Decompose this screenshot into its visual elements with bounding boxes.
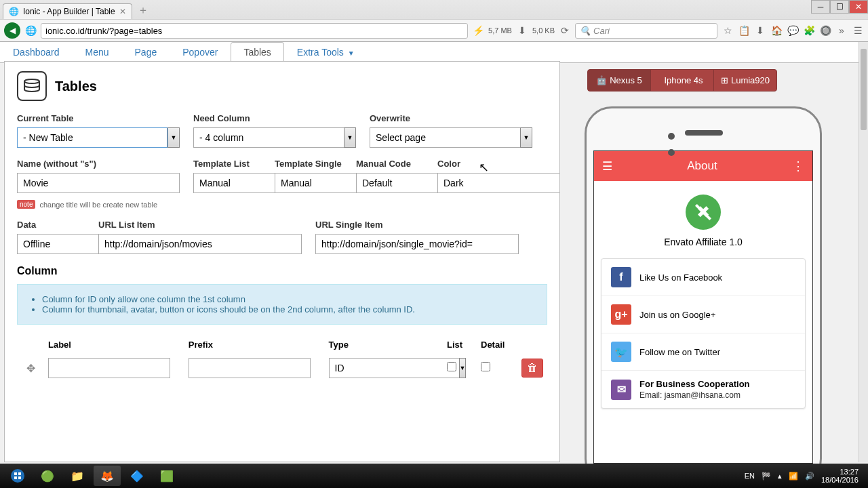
more-icon[interactable]: » <box>835 24 848 37</box>
tray-lang[interactable]: EN <box>745 472 755 480</box>
search-icon: 🔍 <box>580 26 591 36</box>
mem-2: 5,0 KB <box>532 26 555 35</box>
tab-dashboard[interactable]: Dashboard <box>0 42 73 62</box>
email-item[interactable]: ✉ For Business Cooperation Email: jasman… <box>601 371 805 408</box>
googleplus-item[interactable]: g+ Join us on Google+ <box>601 296 805 333</box>
tab-extra-tools[interactable]: Extra Tools ▼ <box>284 42 368 62</box>
need-column-select[interactable] <box>193 127 344 148</box>
color-select[interactable] <box>437 173 560 193</box>
url-input[interactable]: ionic.co.id/trunk/?page=tables <box>41 23 468 39</box>
color-label: Color <box>437 159 505 169</box>
windows-icon: ⊞ <box>721 75 728 85</box>
tray-network-icon[interactable]: 📶 <box>789 472 798 481</box>
app2-taskbar-icon[interactable]: 🟩 <box>153 466 180 486</box>
info-line-2: Column for thumbnail, avatar, button or … <box>42 304 534 314</box>
clipboard-icon[interactable]: 📋 <box>738 24 750 37</box>
device-selector: 🤖Nexus 5 Iphone 4s ⊞Lumia920 <box>587 69 777 92</box>
template-list-label: Template List <box>193 159 261 169</box>
search-input[interactable]: 🔍 Cari <box>575 23 717 39</box>
manual-code-label: Manual Code <box>356 159 424 169</box>
new-tab-button[interactable]: ＋ <box>132 2 154 19</box>
tab-menu[interactable]: Menu <box>73 42 122 62</box>
chevron-down-icon[interactable]: ▼ <box>520 127 532 148</box>
googleplus-icon: g+ <box>611 304 631 325</box>
android-icon: 🤖 <box>596 75 607 85</box>
device-lumia[interactable]: ⊞Lumia920 <box>714 70 776 91</box>
device-nexus[interactable]: 🤖Nexus 5 <box>588 70 651 91</box>
drag-handle-icon[interactable]: ✥ <box>17 354 44 382</box>
shield-icon[interactable]: 🔘 <box>819 24 831 37</box>
window-maximize[interactable]: ☐ <box>830 0 849 14</box>
name-note: change title will be create new table <box>39 201 157 209</box>
more-vert-icon[interactable]: ⋮ <box>792 159 804 174</box>
chat-icon[interactable]: 💬 <box>787 24 799 37</box>
data-label: Data <box>17 220 85 230</box>
column-section-title: Column <box>17 265 547 277</box>
url-single-input[interactable] <box>315 234 519 254</box>
download-icon[interactable]: ⬇ <box>754 24 766 37</box>
tab-tables[interactable]: Tables <box>231 42 283 63</box>
svg-point-0 <box>24 79 39 83</box>
chevron-down-icon[interactable]: ▼ <box>459 358 467 378</box>
current-table-select[interactable] <box>17 127 167 148</box>
twitter-item[interactable]: 🐦 Follow me on Twitter <box>601 333 805 371</box>
facebook-icon: f <box>611 267 631 287</box>
chrome-taskbar-icon[interactable]: 🟢 <box>34 466 61 486</box>
start-button[interactable] <box>4 466 31 486</box>
tray-clock[interactable]: 13:27 18/04/2016 <box>821 468 859 484</box>
hamburger-icon[interactable]: ☰ <box>602 159 612 174</box>
tab-page[interactable]: Page <box>122 42 170 62</box>
home-icon[interactable]: 🏠 <box>770 24 783 37</box>
th-label: Label <box>44 336 184 354</box>
need-column-label: Need Column <box>193 113 356 123</box>
overwrite-select[interactable] <box>370 127 520 148</box>
twitter-label: Follow me on Twitter <box>639 347 795 357</box>
window-minimize[interactable]: ─ <box>811 0 830 14</box>
search-placeholder: Cari <box>593 26 610 36</box>
bookmark-icon[interactable]: ☆ <box>722 24 734 37</box>
panel-title: Tables <box>55 79 97 94</box>
firefox-taskbar-icon[interactable]: 🦊 <box>94 466 121 486</box>
email-sub: Email: jasman@ihsana.com <box>639 390 795 400</box>
chevron-down-icon[interactable]: ▼ <box>167 127 180 148</box>
app-header: ☰ About ⋮ <box>594 151 812 181</box>
browser-tab[interactable]: 🌐 Ionic - App Builder | Table ✕ <box>3 3 132 19</box>
columns-table: Label Prefix Type List Detail ✥ <box>17 336 547 382</box>
app-logo-icon: ✖ <box>686 195 721 230</box>
reload-icon[interactable]: ⟳ <box>559 24 571 37</box>
app-name: Envato Affiliate 1.0 <box>601 237 806 247</box>
row-detail-checkbox[interactable] <box>481 362 490 371</box>
url-list-input[interactable] <box>98 234 302 254</box>
tab-popover[interactable]: Popover <box>170 42 231 62</box>
delete-row-button[interactable]: 🗑 <box>521 359 543 378</box>
tray-volume-icon[interactable]: 🔊 <box>805 472 814 481</box>
row-list-checkbox[interactable] <box>447 362 456 371</box>
window-close[interactable]: ✕ <box>849 0 868 14</box>
column-info-box: Column for ID only allow one column the … <box>17 284 547 325</box>
facebook-label: Like Us on Facebook <box>639 272 795 283</box>
th-prefix: Prefix <box>184 336 325 354</box>
download-size-icon: ⬇ <box>516 24 528 37</box>
back-button[interactable]: ◀ <box>4 22 20 39</box>
page-scrollbar[interactable] <box>859 42 868 462</box>
th-list: List <box>443 336 477 354</box>
puzzle-icon[interactable]: 🧩 <box>803 24 815 37</box>
row-prefix-input[interactable] <box>189 358 311 378</box>
facebook-item[interactable]: f Like Us on Facebook <box>601 259 805 296</box>
template-single-label: Template Single <box>275 159 342 169</box>
menu-icon[interactable]: ☰ <box>852 24 864 37</box>
tab-close-icon[interactable]: ✕ <box>119 7 126 16</box>
current-table-label: Current Table <box>17 113 180 123</box>
tray-flag-icon[interactable]: 🏁 <box>762 472 771 481</box>
app-taskbar-icon[interactable]: 🔷 <box>123 466 151 486</box>
social-card: f Like Us on Facebook g+ Join us on Goog… <box>601 258 806 409</box>
device-iphone[interactable]: Iphone 4s <box>651 70 714 91</box>
name-input[interactable] <box>17 173 180 193</box>
tray-up-icon[interactable]: ▴ <box>778 472 782 481</box>
explorer-taskbar-icon[interactable]: 📁 <box>64 466 91 486</box>
phone-mockup: ☰ About ⋮ ✖ Envato Affiliate 1.0 f Like … <box>585 106 822 486</box>
row-label-input[interactable] <box>48 358 170 378</box>
row-type-select[interactable] <box>329 358 459 378</box>
tables-icon <box>17 71 47 101</box>
chevron-down-icon[interactable]: ▼ <box>344 127 356 148</box>
